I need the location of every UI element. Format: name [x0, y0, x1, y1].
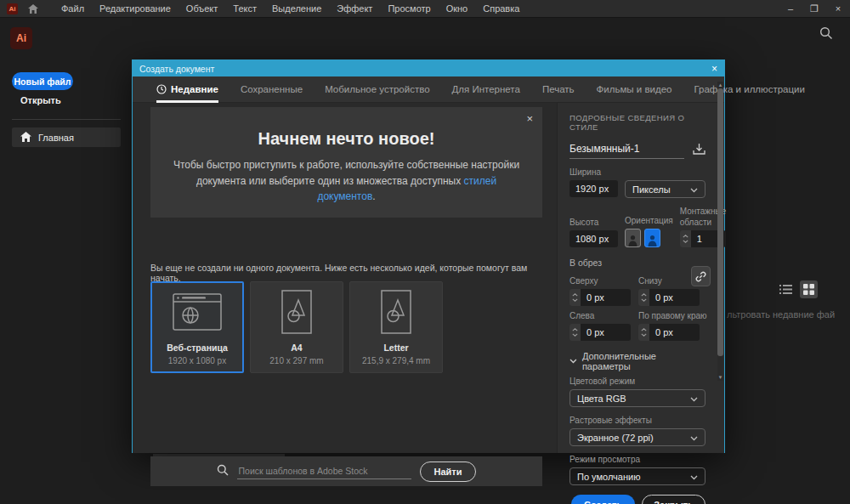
preset-size: 215,9 x 279,4 mm	[362, 356, 430, 365]
menu-edit[interactable]: Редактирование	[92, 0, 178, 18]
chevron-down-icon	[690, 394, 698, 404]
banner-close-icon[interactable]: ×	[526, 113, 533, 124]
height-label: Высота	[570, 218, 618, 227]
orientation-label: Ориентация	[625, 216, 673, 225]
app-menubar: Ai Файл Редактирование Объект Текст Выде…	[0, 0, 850, 18]
home-icon[interactable]	[28, 4, 38, 14]
menu-help[interactable]: Справка	[475, 0, 527, 18]
create-button[interactable]: Создать	[571, 495, 635, 504]
link-bleed-values-icon[interactable]	[691, 266, 711, 286]
welcome-banner: × Начнем нечто новое! Чтобы быстро прист…	[150, 107, 542, 218]
menu-window[interactable]: Окно	[439, 0, 476, 18]
tab-web[interactable]: Для Интернета	[452, 76, 520, 103]
preset-name: Веб-страница	[167, 343, 228, 353]
preview-mode-label: Режим просмотра	[570, 455, 706, 464]
find-button[interactable]: Найти	[420, 462, 477, 482]
open-button[interactable]: Открыть	[20, 95, 61, 105]
restore-button[interactable]: ❐	[802, 0, 826, 18]
chevron-down-icon	[690, 472, 698, 482]
bleed-bottom-input[interactable]: 0 px	[649, 289, 700, 306]
close-dialog-button[interactable]: Закрыть	[642, 495, 706, 504]
preset-details-panel: ПОДРОБНЫЕ СВЕДЕНИЯ О СТИЛЕ Безымянный-1 …	[557, 103, 724, 453]
preview-mode-dropdown[interactable]: По умолчанию	[570, 467, 706, 485]
dialog-content-left: × Начнем нечто новое! Чтобы быстро прист…	[133, 103, 557, 453]
orientation-landscape-icon[interactable]	[644, 229, 660, 247]
tab-print[interactable]: Печать	[542, 76, 575, 103]
print-document-icon	[281, 290, 312, 334]
bleed-left-stepper[interactable]	[570, 324, 581, 341]
clock-icon	[156, 84, 167, 94]
chevron-down-icon	[690, 433, 698, 443]
preset-card-a4[interactable]: A4 210 x 297 mm	[250, 281, 343, 373]
save-preset-icon[interactable]	[693, 143, 706, 159]
minimize-button[interactable]: –	[779, 0, 802, 18]
view-toggles	[777, 280, 818, 298]
bleed-bottom-stepper[interactable]	[638, 289, 649, 306]
window-controls: – ❐ ×	[779, 0, 850, 18]
chevron-down-icon	[570, 359, 577, 364]
illustrator-app-logo: Ai	[10, 27, 32, 49]
height-input[interactable]: 1080 px	[570, 230, 618, 247]
sidebar-divider	[12, 119, 121, 120]
units-dropdown[interactable]: Пикселы	[625, 180, 706, 198]
menu-file[interactable]: Файл	[54, 0, 92, 18]
tab-film-video[interactable]: Фильмы и видео	[597, 76, 672, 103]
tab-recent[interactable]: Недавние	[156, 76, 218, 103]
preset-cards: Веб-страница 1920 x 1080 px A4 210 x 297…	[150, 281, 443, 373]
grid-view-icon[interactable]	[800, 280, 818, 298]
new-document-dialog: Создать документ × Недавние Сохраненные …	[132, 59, 725, 453]
list-view-icon[interactable]	[777, 280, 795, 298]
width-input[interactable]: 1920 px	[570, 180, 618, 197]
dialog-title: Создать документ	[139, 64, 214, 74]
menu-object[interactable]: Объект	[178, 0, 225, 18]
dialog-titlebar: Создать документ ×	[133, 60, 724, 76]
web-page-icon	[173, 290, 222, 334]
bleed-label: В обрез	[570, 258, 706, 268]
artboards-stepper[interactable]	[680, 230, 691, 247]
orientation-portrait-icon[interactable]	[625, 229, 641, 247]
preset-size: 210 x 297 mm	[269, 356, 323, 365]
chevron-down-icon	[690, 184, 698, 195]
print-document-icon	[381, 290, 411, 334]
document-name-input[interactable]: Безымянный-1	[570, 143, 684, 159]
raster-effects-label: Растровые эффекты	[570, 416, 706, 425]
scrollbar-thumb[interactable]	[717, 88, 723, 356]
dialog-close-icon[interactable]: ×	[711, 64, 717, 74]
advanced-options-toggle[interactable]: Дополнительные параметры	[570, 351, 706, 371]
bleed-top-input[interactable]: 0 px	[581, 289, 631, 306]
panel-scrollbar[interactable]: ▲ ▼	[717, 82, 723, 381]
menu-type[interactable]: Текст	[225, 0, 264, 18]
filter-recent-files-text: льтровать недавние фай	[727, 309, 846, 320]
sidebar-item-home[interactable]: Главная	[12, 127, 121, 147]
tab-art-illustration[interactable]: Графика и иллюстрации	[694, 76, 804, 103]
raster-effects-dropdown[interactable]: Экранное (72 ppi)	[570, 428, 706, 446]
sidebar-home-label: Главная	[38, 133, 74, 143]
bleed-right-input[interactable]: 0 px	[649, 324, 700, 341]
search-icon[interactable]	[819, 26, 833, 43]
preset-name: Letter	[383, 343, 408, 353]
tab-saved[interactable]: Сохраненные	[241, 76, 303, 103]
menu-select[interactable]: Выделение	[264, 0, 329, 18]
scroll-up-icon[interactable]: ▲	[717, 82, 723, 88]
bleed-top-label: Сверху	[570, 276, 631, 286]
new-file-button[interactable]: Новый файл	[12, 72, 73, 90]
preset-size: 1920 x 1080 px	[168, 356, 226, 365]
banner-body: Чтобы быстро приступить к работе, исполь…	[168, 157, 525, 205]
stock-search-bar: Найти	[150, 456, 542, 486]
width-label: Ширина	[570, 167, 706, 177]
bleed-top-stepper[interactable]	[570, 289, 581, 306]
bleed-left-input[interactable]: 0 px	[581, 324, 631, 341]
menu-effect[interactable]: Эффект	[329, 0, 380, 18]
menu-view[interactable]: Просмотр	[380, 0, 438, 18]
preset-card-web-page[interactable]: Веб-страница 1920 x 1080 px	[150, 281, 244, 373]
preset-card-letter[interactable]: Letter 215,9 x 279,4 mm	[349, 281, 443, 373]
bleed-right-stepper[interactable]	[638, 324, 649, 341]
tab-mobile[interactable]: Мобильное устройство	[325, 76, 429, 103]
scroll-down-icon[interactable]: ▼	[717, 374, 723, 381]
stock-search-input[interactable]	[237, 464, 411, 479]
color-mode-dropdown[interactable]: Цвета RGB	[570, 389, 706, 407]
banner-heading: Начнем нечто новое!	[150, 129, 542, 149]
bleed-left-label: Слева	[570, 311, 631, 320]
dialog-tabbar: Недавние Сохраненные Мобильное устройств…	[133, 76, 724, 103]
close-window-button[interactable]: ×	[826, 0, 850, 18]
